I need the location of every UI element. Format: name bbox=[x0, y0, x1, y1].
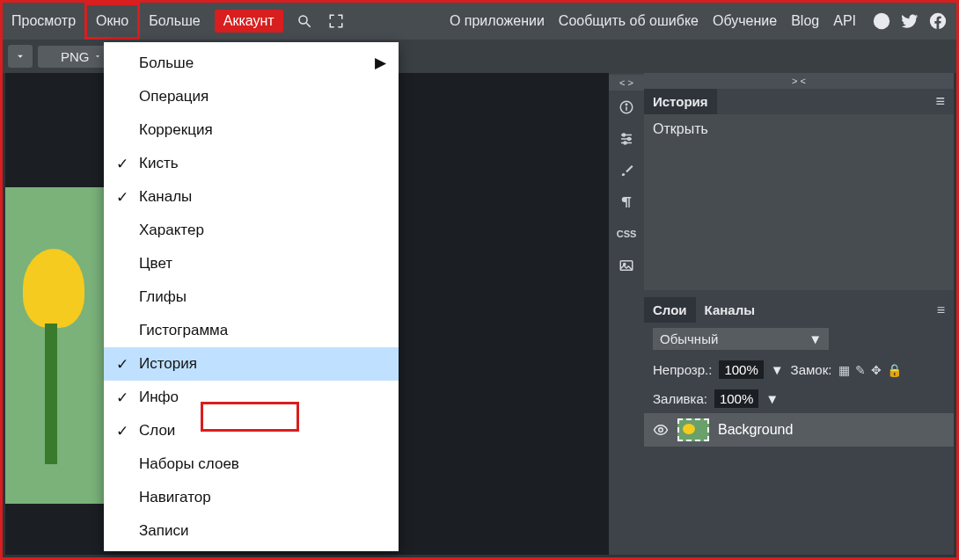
link-blog[interactable]: Blog bbox=[784, 13, 826, 29]
dropdown-item[interactable]: Записи bbox=[104, 514, 399, 548]
download-dropdown[interactable] bbox=[8, 45, 33, 68]
dropdown-item-label: Гистограмма bbox=[139, 322, 228, 339]
tab-channels[interactable]: Каналы bbox=[696, 297, 764, 323]
dropdown-item[interactable]: Глифы bbox=[104, 280, 399, 314]
menu-window[interactable]: Окно bbox=[84, 3, 140, 40]
link-learn[interactable]: Обучение bbox=[706, 13, 784, 29]
menubar: Просмотр Окно Больше Аккаунт О приложени… bbox=[3, 3, 956, 40]
dropdown-item-label: Инфо bbox=[139, 389, 179, 406]
lock-all-icon[interactable]: 🔒 bbox=[887, 363, 902, 377]
lock-icons: ▦ ✎ ✥ 🔒 bbox=[838, 363, 902, 377]
layer-name[interactable]: Background bbox=[718, 422, 793, 438]
dropdown-item[interactable]: ✓Инфо bbox=[104, 381, 399, 414]
dropdown-item-label: Коррекция bbox=[139, 121, 213, 139]
right-panels: < > CSS > < История ≡ Открыть bbox=[609, 73, 954, 555]
check-icon: ✓ bbox=[116, 355, 128, 374]
export-png-label: PNG bbox=[61, 49, 90, 64]
dropdown-item-label: Характер bbox=[139, 222, 204, 239]
css-icon[interactable]: CSS bbox=[611, 219, 641, 249]
tab-layers[interactable]: Слои bbox=[644, 297, 696, 323]
svg-point-2 bbox=[874, 13, 889, 29]
dropdown-item[interactable]: ✓Каналы bbox=[104, 180, 399, 214]
dropdown-item[interactable]: ✓Слои bbox=[104, 414, 399, 447]
dropdown-item-label: История bbox=[139, 355, 197, 373]
image-icon[interactable] bbox=[611, 251, 641, 280]
layer-row[interactable]: Background bbox=[644, 413, 954, 447]
check-icon: ✓ bbox=[116, 155, 128, 173]
dropdown-item[interactable]: Характер bbox=[104, 214, 399, 247]
dropdown-item[interactable]: Навигатор bbox=[104, 481, 399, 514]
lock-brush-icon[interactable]: ✎ bbox=[855, 363, 866, 377]
document-image bbox=[5, 187, 106, 504]
link-about[interactable]: О приложении bbox=[443, 13, 552, 29]
lock-move-icon[interactable]: ✥ bbox=[871, 363, 882, 377]
dropdown-item[interactable]: ✓История bbox=[104, 347, 399, 381]
dropdown-item[interactable]: ✓Кисть bbox=[104, 147, 399, 180]
history-entry[interactable]: Открыть bbox=[653, 121, 945, 137]
export-png-button[interactable]: PNG bbox=[38, 46, 109, 68]
social-links bbox=[863, 11, 956, 31]
dropdown-item[interactable]: Цвет bbox=[104, 247, 399, 280]
fullscreen-icon[interactable] bbox=[324, 9, 348, 33]
layer-thumbnail bbox=[677, 418, 709, 441]
lock-label: Замок: bbox=[791, 362, 832, 377]
dropdown-item-label: Записи bbox=[139, 522, 188, 540]
opacity-dropdown-icon[interactable]: ▼ bbox=[771, 362, 784, 377]
submenu-arrow-icon: ▶ bbox=[375, 54, 386, 72]
twitter-icon[interactable] bbox=[900, 11, 919, 31]
link-api[interactable]: API bbox=[826, 13, 863, 29]
dropdown-item-label: Операция bbox=[139, 88, 209, 105]
tool-strip: < > CSS bbox=[609, 73, 644, 555]
svg-point-0 bbox=[299, 16, 307, 24]
link-report[interactable]: Сообщить об ошибке bbox=[552, 13, 706, 29]
blend-mode-select[interactable]: Обычный ▼ bbox=[653, 328, 829, 350]
history-list[interactable]: Открыть bbox=[644, 114, 954, 290]
check-icon: ✓ bbox=[116, 422, 128, 440]
facebook-icon[interactable] bbox=[928, 11, 948, 31]
menu-more[interactable]: Больше bbox=[140, 3, 209, 40]
dropdown-item[interactable]: Больше▶ bbox=[104, 46, 399, 80]
dropdown-item[interactable]: Наборы слоев bbox=[104, 447, 399, 481]
dropdown-item-label: Глифы bbox=[139, 288, 187, 306]
dropdown-item-label: Больше bbox=[139, 55, 194, 72]
svg-line-1 bbox=[306, 23, 311, 27]
opacity-label: Непрозр.: bbox=[653, 362, 712, 377]
lock-transparency-icon[interactable]: ▦ bbox=[838, 363, 850, 377]
blend-mode-value: Обычный bbox=[660, 331, 718, 346]
search-icon[interactable] bbox=[292, 9, 317, 33]
history-panel: > < История ≡ Открыть bbox=[644, 73, 954, 290]
paragraph-icon[interactable] bbox=[611, 187, 641, 217]
adjust-icon[interactable] bbox=[611, 124, 641, 154]
dropdown-item[interactable]: Коррекция bbox=[104, 113, 399, 147]
visibility-eye-icon[interactable] bbox=[653, 422, 669, 438]
fill-label: Заливка: bbox=[653, 391, 707, 406]
menu-account[interactable]: Аккаунт bbox=[215, 10, 283, 33]
svg-point-14 bbox=[659, 428, 663, 433]
brush-icon[interactable] bbox=[611, 156, 641, 185]
layers-panel: Слои Каналы ≡ Обычный ▼ Непрозр.: 100% ▼… bbox=[644, 297, 954, 447]
window-dropdown: Больше▶ОперацияКоррекция✓Кисть✓КаналыХар… bbox=[104, 42, 399, 551]
panel-menu-icon[interactable]: ≡ bbox=[926, 92, 954, 111]
check-icon: ✓ bbox=[116, 188, 128, 207]
fill-dropdown-icon[interactable]: ▼ bbox=[765, 391, 779, 406]
fill-value[interactable]: 100% bbox=[714, 389, 758, 408]
dropdown-item[interactable]: Гистограмма bbox=[104, 314, 399, 347]
svg-point-5 bbox=[626, 104, 627, 105]
info-icon[interactable] bbox=[611, 92, 641, 122]
tab-history[interactable]: История bbox=[644, 89, 717, 114]
dropdown-item-label: Каналы bbox=[139, 188, 192, 206]
dropdown-item-label: Навигатор bbox=[139, 489, 211, 506]
layers-menu-icon[interactable]: ≡ bbox=[928, 302, 954, 318]
toolstrip-head[interactable]: < > bbox=[609, 75, 644, 91]
menu-view[interactable]: Просмотр bbox=[3, 3, 84, 40]
dropdown-item[interactable]: Операция bbox=[104, 80, 399, 113]
reddit-icon[interactable] bbox=[872, 11, 891, 31]
dropdown-item-label: Кисть bbox=[139, 155, 179, 172]
dropdown-item-label: Слои bbox=[139, 422, 175, 440]
panel-collapse-head[interactable]: > < bbox=[644, 73, 954, 89]
opacity-value[interactable]: 100% bbox=[719, 360, 763, 379]
check-icon: ✓ bbox=[116, 389, 128, 407]
dropdown-item-label: Наборы слоев bbox=[139, 455, 239, 473]
chevron-down-icon: ▼ bbox=[809, 331, 822, 346]
dropdown-item-label: Цвет bbox=[139, 255, 172, 273]
